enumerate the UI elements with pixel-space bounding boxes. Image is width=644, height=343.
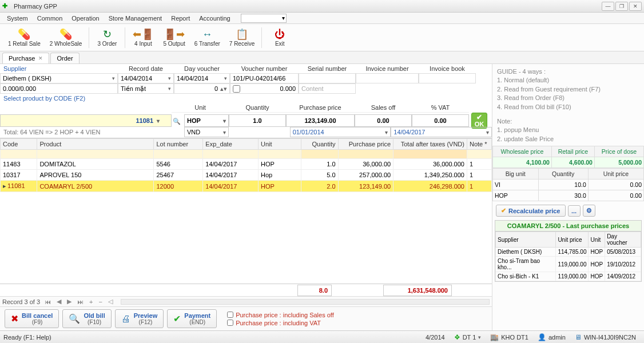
content-input[interactable]: Content	[299, 83, 356, 94]
guide-box: GUIDE - 4 ways : 1. Normal (default) 2. …	[492, 64, 644, 115]
exit-button[interactable]: ⏻Exit	[264, 27, 295, 48]
menu-dropdown[interactable]: ▾	[241, 14, 287, 23]
status-kho: 🏬KHO DT1	[490, 333, 528, 341]
cash-method-dropdown[interactable]: Tiền mặt	[118, 83, 174, 94]
totals-row: 8.0 1,631,548.000	[0, 284, 492, 296]
col-lot[interactable]: Lot number	[154, 139, 203, 150]
serial-number-input[interactable]	[299, 73, 356, 83]
day-voucher-label: Day voucher	[174, 64, 230, 73]
input-button[interactable]: ⬅🚪4 Input	[128, 27, 158, 48]
aux-row[interactable]: 0.000	[230, 83, 299, 94]
tab-order[interactable]: Order	[50, 53, 79, 63]
nav-next-button[interactable]: ▶	[66, 298, 73, 305]
col-total[interactable]: Total after taxes (VND)	[393, 139, 467, 150]
supplier-label: Supplier	[0, 64, 118, 73]
date-from-input[interactable]: 01/01/2014▾	[290, 127, 391, 137]
product-code-input[interactable]: 11081▾🔍	[0, 114, 172, 127]
refresh-icon: ✔	[501, 207, 506, 214]
sum-total: 1,631,548.000	[383, 285, 452, 296]
col-note[interactable]: Note *	[467, 139, 491, 150]
table-row[interactable]: 11081COAMARYL 2/5001200014/04/2017HOP2.0…	[1, 181, 492, 192]
menu-accounting[interactable]: Accounting	[194, 14, 234, 23]
aux-checkbox[interactable]	[233, 85, 240, 93]
close-icon[interactable]: ✕	[38, 55, 43, 61]
status-ready: Ready (F1: Help)	[3, 334, 51, 341]
tab-purchase[interactable]: Purchase✕	[2, 53, 49, 63]
currency-dropdown[interactable]: VND▾	[184, 127, 229, 137]
table-row[interactable]: 11483DOMITAZOL554614/04/2017HOP1.036,000…	[1, 159, 492, 170]
unit-row: HOP30.00.00	[493, 190, 644, 201]
day-voucher-input[interactable]: 14/04/2014	[174, 73, 230, 83]
sales-off-input[interactable]: 0.00	[355, 114, 412, 127]
minimize-button[interactable]: —	[602, 2, 614, 11]
col-code[interactable]: Code	[1, 139, 37, 150]
col-product[interactable]: Product	[37, 139, 154, 150]
cash-amount-input[interactable]: 0▴▾	[174, 83, 230, 94]
form-header: Supplier Record date Day voucher Voucher…	[0, 64, 492, 83]
purchase-price-header: Purchase price	[286, 103, 355, 113]
menu-operation[interactable]: Operation	[67, 14, 104, 23]
nav-add-button[interactable]: +	[88, 298, 94, 305]
recalculate-button[interactable]: ✔Recalculate price	[496, 205, 566, 217]
nav-last-button[interactable]: ⏭	[76, 298, 85, 305]
maximize-button[interactable]: ❐	[615, 2, 628, 11]
transfer-button[interactable]: ↔6 Transfer	[190, 27, 225, 48]
include-vat-checkbox[interactable]: Purchase price : including VAT	[227, 320, 334, 326]
output-button[interactable]: 🚪➡5 Output	[158, 27, 189, 48]
nav-delete-button[interactable]: −	[97, 298, 103, 305]
printer-icon: 🖨	[121, 314, 130, 324]
bill-cancel-button[interactable]: ✖Bill cancel(F9)	[5, 309, 59, 328]
status-period: 4/2014	[426, 334, 445, 341]
title-bar: ✚ Pharmacy GPP — ❐ ✕	[0, 0, 644, 13]
menu-common[interactable]: Common	[33, 14, 67, 23]
col-price[interactable]: Purchase price	[338, 139, 393, 150]
door-out-icon: 🚪➡	[164, 28, 185, 41]
close-button[interactable]: ✕	[629, 2, 642, 11]
menu-report[interactable]: Report	[166, 14, 194, 23]
user-icon: 👤	[538, 333, 546, 341]
nav-first-button[interactable]: ⏮	[43, 298, 52, 305]
nav-reset-button[interactable]: ◁	[107, 298, 114, 305]
col-unit[interactable]: Unit	[258, 139, 301, 150]
old-bill-button[interactable]: 🔍Old bill(F10)	[62, 309, 111, 328]
purchase-price-input[interactable]: 123,149.00	[286, 114, 355, 127]
quantity-header: Quantity	[229, 103, 286, 113]
note-box: Note: 1. popup Menu 2. update Sale Price	[492, 115, 644, 146]
filter-row[interactable]	[1, 150, 492, 159]
order-button[interactable]: ↻3 Order	[92, 27, 122, 48]
action-bar: ✖Bill cancel(F9) 🔍Old bill(F10) 🖨Preview…	[0, 306, 492, 330]
payment-button[interactable]: ✔Payment(END)	[167, 309, 217, 328]
col-exp[interactable]: Exp_date	[203, 139, 259, 150]
recalc-config-button[interactable]: ⚙	[583, 205, 595, 217]
horizontal-scrollbar[interactable]	[121, 299, 490, 305]
col-qty[interactable]: Quantity	[301, 139, 338, 150]
select-product-label: Select product by CODE (F2)	[0, 94, 492, 103]
invoice-book-label: Invoice book	[419, 64, 476, 73]
door-in-icon: ⬅🚪	[133, 28, 154, 41]
receive-button[interactable]: 📋7 Receive	[225, 27, 259, 48]
form-row-2: 0.000/0.000 Tiền mặt 0▴▾ 0.000 Content	[0, 83, 492, 94]
search-icon[interactable]: 🔍	[171, 115, 182, 127]
voucher-number-input[interactable]: 101/PU-042014/66	[230, 73, 299, 83]
preview-button[interactable]: 🖨Preview(F12)	[115, 309, 164, 328]
retail-sale-button[interactable]: 💊1 Retail Sale	[3, 27, 45, 48]
nav-prev-button[interactable]: ◀	[55, 298, 62, 305]
vat-input[interactable]: 0.00	[412, 114, 469, 127]
record-date-input[interactable]: 14/04/2014	[118, 73, 174, 83]
invoice-book-input[interactable]	[419, 73, 476, 83]
date-to-input[interactable]: 14/04/2017▾	[391, 127, 492, 137]
quantity-input[interactable]: 1.0	[229, 114, 286, 127]
last-price-row: Cho si-Tram bao kho...119,000.00HOP19/10…	[496, 257, 641, 272]
status-bar: Ready (F1: Help) 4/2014 ❖DT 1▾ 🏬KHO DT1 …	[0, 330, 644, 343]
unit-dropdown[interactable]: HOP▾	[184, 114, 229, 127]
menu-system[interactable]: System	[2, 14, 33, 23]
vat-header: % VAT	[412, 103, 469, 113]
include-salesoff-checkbox[interactable]: Purchase price : including Sales off	[227, 312, 334, 318]
menu-store-management[interactable]: Store Management	[104, 14, 167, 23]
table-row[interactable]: 10317APROVEL 1502546714/04/2017Hop5.0257…	[1, 170, 492, 181]
last-prices-title: COAMARYL 2/500 - Last purchase prices	[495, 221, 641, 232]
recalc-more-button[interactable]: ...	[568, 205, 581, 217]
supplier-dropdown[interactable]: Diethem ( DKSH)	[0, 73, 118, 83]
invoice-number-input[interactable]	[356, 73, 419, 83]
wholesale-button[interactable]: 💊2 WholeSale	[45, 27, 87, 48]
